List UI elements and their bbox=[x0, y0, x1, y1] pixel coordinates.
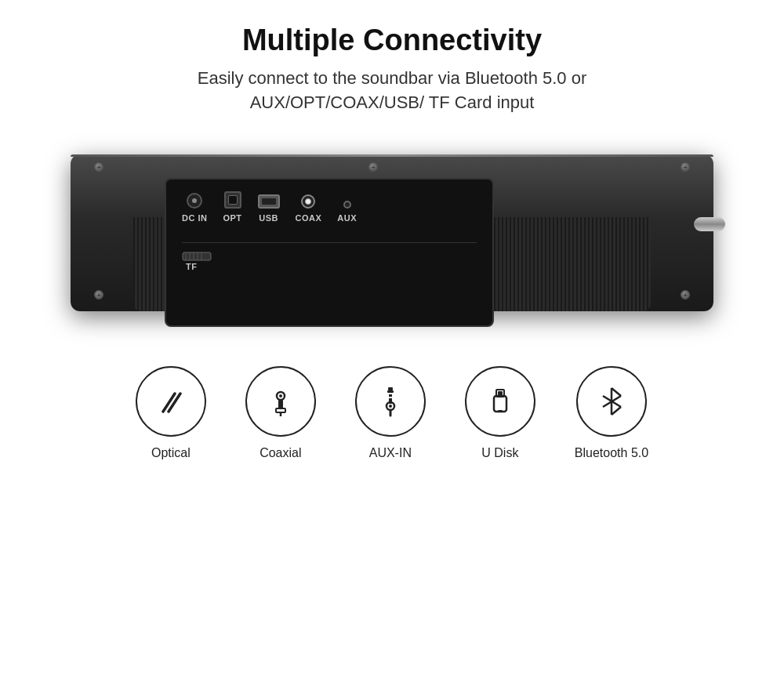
subtitle: Easily connect to the soundbar via Bluet… bbox=[16, 67, 768, 115]
coax-connector: COAX bbox=[296, 194, 322, 223]
svg-rect-14 bbox=[387, 390, 394, 393]
aux-port bbox=[343, 201, 351, 209]
usb-label: USB bbox=[259, 213, 278, 223]
svg-point-9 bbox=[279, 394, 282, 397]
tf-section: TF bbox=[182, 242, 477, 271]
tf-label: TF bbox=[186, 262, 197, 271]
aux-svg bbox=[371, 382, 410, 421]
svg-rect-23 bbox=[498, 391, 503, 395]
header-section: Multiple Connectivity Easily connect to … bbox=[0, 0, 784, 131]
opt-connector: OPT bbox=[223, 191, 241, 223]
connector-panel: DC IN OPT USB bbox=[165, 178, 494, 327]
opt-port bbox=[224, 191, 241, 209]
screw bbox=[94, 162, 103, 172]
svg-rect-13 bbox=[388, 387, 393, 390]
aux-icon-item: AUX-IN bbox=[355, 366, 426, 460]
soundbar-body: DC IN OPT USB bbox=[71, 154, 713, 311]
svg-line-26 bbox=[612, 388, 621, 396]
rod-right bbox=[694, 217, 725, 231]
dc-in-port bbox=[187, 193, 202, 209]
udisk-label: U Disk bbox=[481, 446, 518, 460]
coaxial-svg bbox=[261, 382, 300, 421]
tf-card-icon bbox=[182, 251, 212, 262]
coaxial-label: Coaxial bbox=[260, 446, 301, 460]
usb-connector: USB bbox=[258, 194, 280, 223]
bluetooth-circle bbox=[576, 366, 647, 437]
coax-port bbox=[301, 194, 315, 209]
soundbar-wrapper: DC IN OPT USB bbox=[71, 139, 713, 343]
optical-svg bbox=[151, 382, 191, 421]
main-title: Multiple Connectivity bbox=[16, 24, 768, 57]
svg-rect-21 bbox=[494, 396, 506, 412]
coaxial-circle bbox=[245, 366, 316, 437]
svg-rect-11 bbox=[276, 408, 285, 412]
svg-rect-20 bbox=[389, 397, 392, 398]
screw bbox=[368, 162, 378, 172]
bluetooth-svg bbox=[592, 382, 631, 421]
optical-circle bbox=[136, 366, 206, 437]
udisk-circle bbox=[465, 366, 535, 437]
svg-rect-0 bbox=[183, 252, 211, 260]
svg-line-28 bbox=[612, 407, 621, 415]
screw bbox=[94, 290, 103, 299]
udisk-svg bbox=[481, 382, 520, 421]
aux-label: AUX bbox=[337, 213, 357, 223]
svg-rect-19 bbox=[389, 393, 392, 394]
opt-inner bbox=[228, 195, 238, 205]
bluetooth-label: Bluetooth 5.0 bbox=[575, 446, 648, 460]
screw bbox=[681, 290, 690, 299]
svg-rect-24 bbox=[498, 410, 503, 412]
opt-label: OPT bbox=[223, 213, 241, 223]
icons-section: Optical Coaxial bbox=[0, 343, 784, 476]
optical-label: Optical bbox=[151, 446, 191, 460]
connectors-top: DC IN OPT USB bbox=[182, 191, 477, 234]
dc-in-connector: DC IN bbox=[182, 193, 207, 223]
aux-label: AUX-IN bbox=[369, 446, 412, 460]
screw bbox=[681, 162, 690, 172]
udisk-icon-item: U Disk bbox=[465, 366, 535, 460]
coax-label: COAX bbox=[296, 213, 322, 223]
coaxial-icon-item: Coaxial bbox=[245, 366, 316, 460]
aux-circle bbox=[355, 366, 426, 437]
dc-in-label: DC IN bbox=[182, 213, 207, 223]
usb-port bbox=[258, 194, 280, 209]
bluetooth-icon-item: Bluetooth 5.0 bbox=[575, 366, 648, 460]
optical-icon-item: Optical bbox=[136, 366, 206, 460]
aux-connector: AUX bbox=[337, 201, 357, 223]
soundbar-section: DC IN OPT USB bbox=[0, 131, 784, 343]
svg-point-17 bbox=[389, 405, 392, 408]
